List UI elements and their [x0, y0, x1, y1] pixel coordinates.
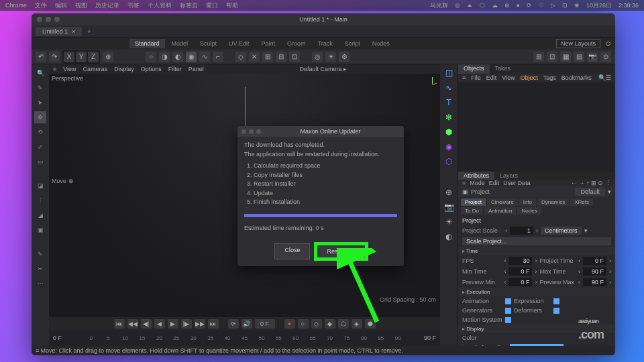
scale-project-button[interactable]: Scale Project... — [462, 237, 611, 245]
new-tab-button[interactable]: + — [87, 28, 91, 35]
tab-takes[interactable]: Takes — [490, 64, 517, 74]
layout-standard[interactable]: Standard — [129, 39, 165, 48]
scale-value[interactable]: 1 — [510, 227, 533, 235]
material-icon[interactable]: ◐ — [443, 231, 455, 243]
ptime-field[interactable]: 0 F — [583, 257, 606, 265]
new-layouts-button[interactable]: New Layouts — [556, 39, 600, 48]
select-icon[interactable]: ▭ — [34, 156, 46, 168]
camera-label[interactable]: Default Camera ▸ — [300, 66, 347, 72]
status-icon[interactable]: ⊕ — [504, 2, 510, 9]
misc-icon[interactable]: ⋯ — [34, 278, 46, 290]
snap-icon[interactable]: ◇ — [235, 52, 246, 62]
cat-animation[interactable]: Animation — [484, 207, 517, 215]
light-icon[interactable]: ☀ — [443, 216, 455, 228]
tool-icon[interactable]: ○ — [146, 52, 156, 62]
cat-nodes[interactable]: Nodes — [517, 207, 541, 215]
cat-xrefs[interactable]: XRefs — [570, 198, 593, 206]
vp-menu-item[interactable]: Filter — [168, 66, 182, 72]
cat-info[interactable]: Info — [519, 198, 536, 206]
prev-key-icon[interactable]: ◀◀ — [127, 319, 138, 328]
menu-item[interactable]: 视图 — [75, 1, 87, 10]
vp-menu-item[interactable]: Panel — [189, 66, 204, 72]
cat-todo[interactable]: To Do — [461, 207, 483, 215]
knife-icon[interactable]: ✂ — [34, 263, 46, 275]
status-icon[interactable]: ♡ — [539, 2, 544, 9]
layout-track[interactable]: Track — [313, 39, 338, 48]
goto-end-icon[interactable]: ⏭ — [208, 319, 219, 328]
gen-checkbox[interactable] — [505, 308, 511, 314]
attr-menu[interactable]: User Data — [503, 180, 531, 186]
object-list[interactable] — [458, 82, 615, 172]
layout-groom[interactable]: Groom — [282, 39, 311, 48]
render-icon[interactable]: ☀ — [325, 52, 336, 62]
poly-icon[interactable]: ▣ — [34, 224, 46, 236]
edge-icon[interactable]: ◢ — [34, 209, 46, 221]
status-icon[interactable]: ⬡ — [480, 2, 485, 9]
view-icon[interactable]: ▤ — [574, 52, 584, 62]
camera-icon[interactable]: 📷 — [587, 52, 598, 62]
view-icon[interactable]: ▦ — [560, 52, 571, 62]
cat-project[interactable]: Project — [461, 198, 486, 206]
max-field[interactable]: 90 F — [583, 267, 606, 276]
layout-sculpt[interactable]: Sculpt — [195, 39, 222, 48]
edit-icon[interactable]: ✎ — [34, 82, 46, 94]
anim-checkbox[interactable] — [505, 298, 511, 304]
status-icon[interactable]: ☁ — [492, 2, 498, 9]
tool-icon[interactable]: ◐ — [172, 52, 183, 62]
cat-cineware[interactable]: Cineware — [487, 198, 518, 206]
pmax-field[interactable]: 90 F — [583, 278, 606, 286]
range-start[interactable]: 0 F — [53, 335, 62, 341]
globe-icon[interactable]: ⊕ — [443, 186, 455, 198]
timeline-ruler[interactable]: 0 F 051015202530354045505560657075808590… — [49, 330, 440, 346]
play-icon[interactable]: ▶ — [168, 319, 178, 328]
document-tab[interactable]: Untitled 1× — [36, 27, 82, 36]
close-button[interactable]: Close — [274, 243, 310, 259]
tab-objects[interactable]: Objects — [458, 64, 490, 74]
status-icon[interactable]: ▷ — [551, 2, 555, 9]
goto-start-icon[interactable]: ⏮ — [114, 319, 125, 328]
brush-icon[interactable]: ✎ — [34, 248, 46, 260]
deformer-icon[interactable]: ◉ — [443, 141, 455, 153]
key-icon[interactable]: ⬢ — [365, 319, 376, 328]
obj-menu[interactable]: Tags — [543, 74, 556, 81]
scale-unit[interactable]: Centimeters — [541, 227, 582, 235]
search-icon[interactable]: 🔍 — [34, 67, 46, 79]
scale-icon[interactable]: ⤢ — [34, 141, 46, 153]
tag-icon[interactable]: ⬡ — [443, 156, 455, 168]
obj-menu[interactable]: Object — [521, 74, 538, 81]
tab-attributes[interactable]: Attributes — [458, 172, 494, 180]
axis-x[interactable]: X — [64, 52, 74, 62]
def-checkbox[interactable] — [553, 308, 559, 314]
layout-model[interactable]: Model — [166, 39, 194, 48]
layout-uvedit[interactable]: UV Edit — [223, 39, 255, 48]
pmin-field[interactable]: 0 F — [508, 278, 532, 286]
field-icon[interactable]: ⬢ — [443, 126, 455, 138]
tool-icon[interactable]: ⌐ — [213, 52, 223, 62]
world-icon[interactable]: ⊕ — [103, 52, 113, 62]
redo-icon[interactable]: ↷ — [49, 52, 60, 62]
sound-icon[interactable]: 🔊 — [241, 319, 252, 328]
min-field[interactable]: 0 F — [508, 267, 532, 276]
prev-frame-icon[interactable]: ◀| — [141, 319, 152, 328]
render-icon[interactable]: ◎ — [312, 52, 323, 62]
vp-menu-icon[interactable]: ≡ — [53, 66, 56, 72]
snap-icon[interactable]: ⊡ — [289, 52, 300, 62]
vp-menu-item[interactable]: Options — [141, 66, 162, 72]
vp-menu-item[interactable]: View — [63, 66, 76, 72]
tab-layers[interactable]: Layers — [494, 172, 523, 180]
expr-checkbox[interactable] — [553, 298, 559, 304]
camera-icon[interactable]: 📷 — [443, 201, 455, 213]
section-execution[interactable]: Execution — [458, 288, 615, 296]
undo-icon[interactable]: ↶ — [36, 52, 46, 62]
key-icon[interactable]: ◆ — [325, 319, 335, 328]
generator-icon[interactable]: ✻ — [443, 111, 455, 123]
status-icon[interactable]: ● — [517, 2, 520, 9]
search-icon[interactable]: 🔍☰ — [598, 74, 611, 81]
axis-y[interactable]: Y — [76, 52, 87, 62]
mot-checkbox[interactable] — [505, 317, 511, 323]
range-end[interactable]: 90 F — [424, 335, 436, 341]
status-icon[interactable]: ❀ — [574, 2, 580, 9]
obj-menu[interactable]: View — [502, 74, 515, 81]
tool-icon[interactable]: ◑ — [159, 52, 170, 62]
point-icon[interactable]: ⋮ — [34, 194, 46, 206]
